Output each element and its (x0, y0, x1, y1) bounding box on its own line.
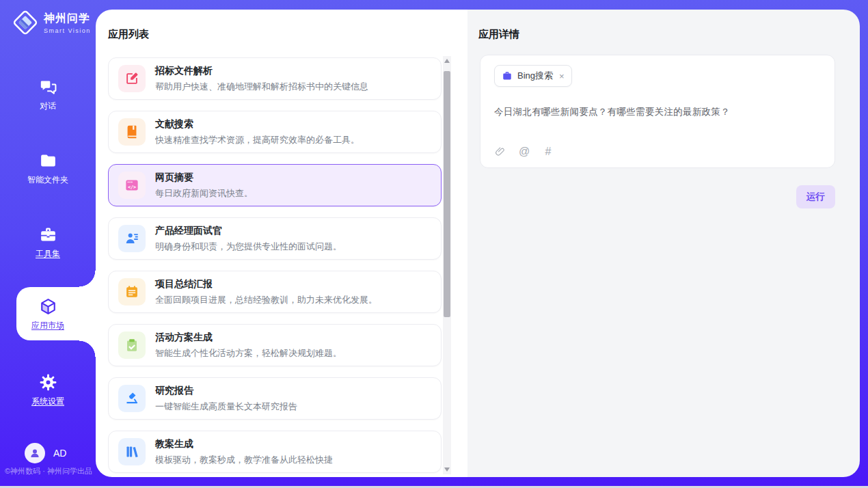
folder-icon (39, 152, 57, 170)
tool-tag-bing-search[interactable]: Bing搜索 × (494, 65, 572, 87)
prompt-composer[interactable]: Bing搜索 × 今日湖北有哪些新闻要点？有哪些需要关注的最新政策？ @# (480, 55, 835, 168)
app-list: 招标文件解析 帮助用户快速、准确地理解和解析招标书中的关键信息 文献搜索 快速精… (108, 55, 442, 477)
app-desc: 一键智能生成高质量长文本研究报告 (155, 401, 297, 413)
hash-icon[interactable]: # (542, 146, 554, 158)
chat-icon (39, 78, 57, 96)
scroll-down-arrow-icon[interactable] (443, 465, 451, 474)
app-desc: 全面回顾项目进展，总结经验教训，助力未来优化发展。 (155, 294, 377, 306)
user-account[interactable]: AD (25, 443, 66, 463)
list-scrollbar[interactable] (443, 56, 451, 474)
app-title: 研究报告 (155, 385, 297, 397)
app-desc: 每日政府新闻资讯快查。 (155, 187, 253, 200)
brand-logo: 神州问学 Smart Vision (12, 10, 91, 36)
app-desc: 模板驱动，教案秒成，教学准备从此轻松快捷 (155, 454, 333, 466)
brand-name: 神州问学 (44, 12, 91, 26)
edit-square-icon (118, 65, 146, 92)
scroll-up-arrow-icon[interactable] (443, 56, 451, 66)
brand-tagline: Smart Vision (44, 27, 91, 34)
copyright-footer: ©神州数码 · 神州问学出品 (5, 466, 100, 476)
app-list-panel: 应用列表 招标文件解析 帮助用户快速、准确地理解和解析招标书中的关键信息 文献搜… (96, 10, 467, 477)
paperclip-icon[interactable] (494, 146, 506, 158)
list-item[interactable]: 文献搜索 快速精准查找学术资源，提高研究效率的必备工具。 (108, 111, 442, 153)
gear-icon (39, 373, 57, 392)
app-title: 产品经理面试官 (155, 225, 342, 237)
list-item[interactable]: 研究报告 一键智能生成高质量长文本研究报告 (108, 377, 442, 420)
close-icon[interactable]: × (559, 71, 565, 81)
interviewer-icon (118, 225, 146, 252)
toolbox-icon (39, 226, 57, 244)
sidebar-item-label: 系统设置 (31, 396, 64, 407)
app-window: 神州问学 Smart Vision 对话 智能文件夹 工具集 应用市场 系统设置 (0, 0, 868, 488)
books-icon (118, 438, 146, 465)
active-tab-curve-top (79, 271, 96, 287)
sidebar-item-label: 对话 (40, 100, 56, 112)
app-list-title: 应用列表 (108, 28, 149, 41)
app-desc: 智能生成个性化活动方案，轻松解决规划难题。 (155, 347, 342, 360)
app-title: 招标文件解析 (155, 65, 368, 77)
book-icon (118, 118, 146, 146)
sidebar-item-5[interactable]: 系统设置 (0, 373, 96, 407)
run-button[interactable]: 运行 (796, 185, 835, 208)
browser-code-icon: </> (118, 172, 146, 199)
list-item[interactable]: 教案生成 模板驱动，教案秒成，教学准备从此轻松快捷 (108, 431, 442, 473)
cube-icon (39, 297, 57, 316)
sidebar: 神州问学 Smart Vision 对话 智能文件夹 工具集 应用市场 系统设置 (0, 0, 96, 488)
app-detail-title: 应用详情 (478, 28, 519, 41)
user-avatar-icon (25, 443, 45, 463)
scrollbar-track[interactable] (443, 66, 451, 465)
composer-toolbar: @# (494, 146, 821, 158)
run-row: 运行 (467, 185, 835, 208)
app-desc: 明确身份和职责，为您提供专业性的面试问题。 (155, 241, 342, 253)
app-title: 教案生成 (155, 438, 333, 450)
sidebar-item-1[interactable]: 对话 (0, 78, 96, 112)
user-initials: AD (53, 448, 66, 459)
list-item[interactable]: 活动方案生成 智能生成个性化活动方案，轻松解决规划难题。 (108, 324, 442, 366)
app-title: 网页摘要 (155, 172, 253, 184)
query-text[interactable]: 今日湖北有哪些新闻要点？有哪些需要关注的最新政策？ (494, 106, 821, 118)
sidebar-item-label: 工具集 (36, 248, 60, 260)
sidebar-item-label: 智能文件夹 (27, 174, 68, 186)
sidebar-item-3[interactable]: 工具集 (0, 226, 96, 260)
main-panel: 应用列表 招标文件解析 帮助用户快速、准确地理解和解析招标书中的关键信息 文献搜… (96, 10, 860, 477)
at-icon[interactable]: @ (518, 146, 530, 158)
calendar-note-icon (118, 278, 146, 306)
app-title: 项目总结汇报 (155, 278, 377, 290)
clipboard-check-icon (118, 331, 146, 359)
diamond-logo-icon (12, 10, 38, 36)
scrollbar-thumb[interactable] (444, 71, 450, 317)
tool-tag-label: Bing搜索 (517, 70, 553, 82)
app-detail-panel: 应用详情 Bing搜索 × 今日湖北有哪些新闻要点？有哪些需要关注的最新政策？ … (467, 10, 860, 477)
list-item[interactable]: 招标文件解析 帮助用户快速、准确地理解和解析招标书中的关键信息 (108, 57, 442, 100)
active-tab-curve-bottom (79, 340, 96, 357)
app-title: 文献搜索 (155, 118, 360, 131)
list-item[interactable]: 产品经理面试官 明确身份和职责，为您提供专业性的面试问题。 (108, 217, 442, 260)
list-item[interactable]: </> 网页摘要 每日政府新闻资讯快查。 (108, 164, 442, 206)
app-title: 活动方案生成 (155, 331, 342, 344)
microscope-icon (118, 385, 146, 412)
app-desc: 帮助用户快速、准确地理解和解析招标书中的关键信息 (155, 81, 368, 93)
list-item[interactable]: 项目总结汇报 全面回顾项目进展，总结经验教训，助力未来优化发展。 (108, 271, 442, 313)
sidebar-item-4[interactable]: 应用市场 (0, 297, 96, 331)
briefcase-icon (502, 70, 513, 81)
sidebar-item-2[interactable]: 智能文件夹 (0, 152, 96, 186)
sidebar-item-label: 应用市场 (31, 320, 64, 331)
app-desc: 快速精准查找学术资源，提高研究效率的必备工具。 (155, 134, 360, 146)
svg-text:</>: </> (128, 185, 136, 190)
